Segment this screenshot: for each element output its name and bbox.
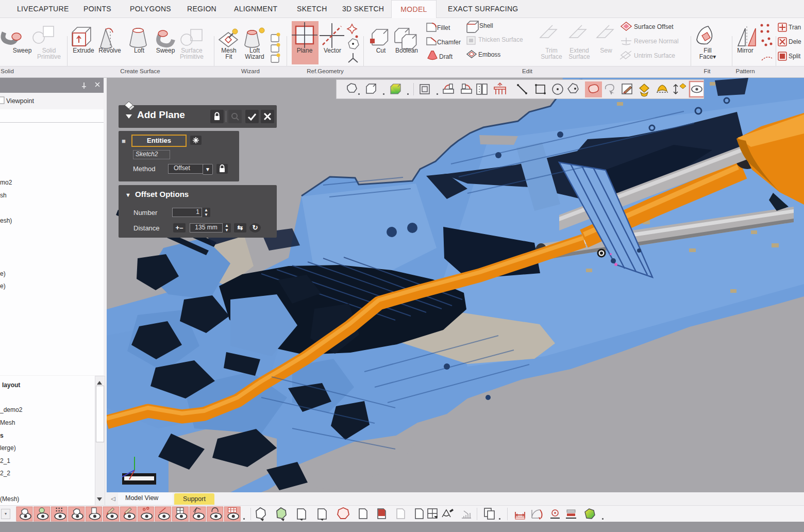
svg-text:Viewpoint: Viewpoint	[6, 97, 35, 105]
